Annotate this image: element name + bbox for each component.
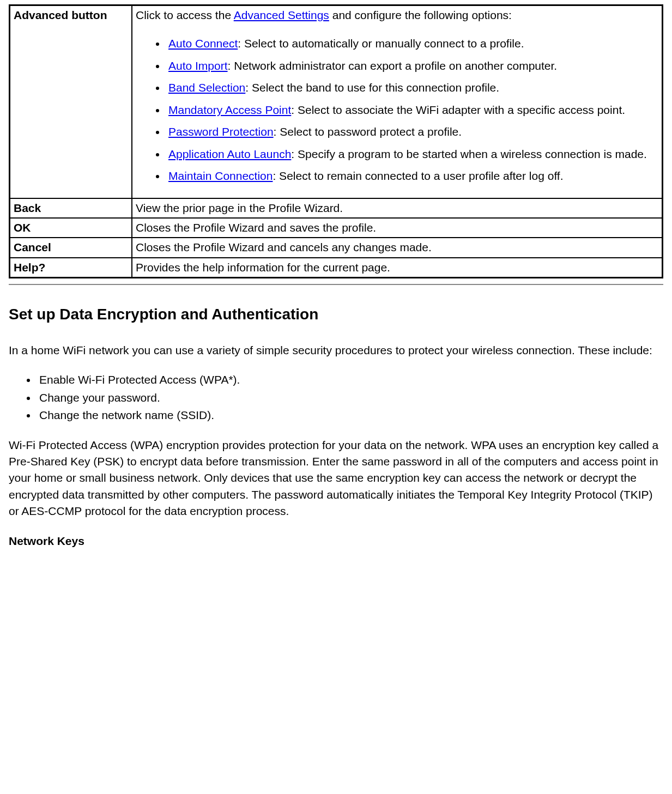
option-desc: : Select to password protect a profile. <box>274 125 462 138</box>
network-keys-subheading: Network Keys <box>9 533 663 549</box>
option-desc: : Select to remain connected to a user p… <box>273 169 563 182</box>
list-item: Change your password. <box>37 390 663 406</box>
section-divider <box>9 284 663 285</box>
option-desc: : Select the band to use for this connec… <box>245 81 499 94</box>
intro-paragraph: In a home WiFi network you can use a var… <box>9 342 663 359</box>
table-row: Advanced button Click to access the Adva… <box>10 5 663 198</box>
list-item: Maintain Connection: Select to remain co… <box>166 168 658 184</box>
list-item: Application Auto Launch: Specify a progr… <box>166 146 658 162</box>
maintain-connection-link[interactable]: Maintain Connection <box>168 169 273 182</box>
security-procedures-list: Enable Wi-Fi Protected Access (WPA*). Ch… <box>9 372 663 423</box>
auto-connect-link[interactable]: Auto Connect <box>168 37 238 50</box>
list-item: Change the network name (SSID). <box>37 407 663 423</box>
definitions-table: Advanced button Click to access the Adva… <box>9 4 663 278</box>
intro-post: and configure the following options: <box>329 9 512 21</box>
list-item: Auto Connect: Select to automatically or… <box>166 35 658 52</box>
table-row: OK Closes the Profile Wizard and saves t… <box>10 218 663 238</box>
advanced-settings-link[interactable]: Advanced Settings <box>234 9 329 21</box>
mandatory-access-point-link[interactable]: Mandatory Access Point <box>168 104 291 116</box>
wpa-paragraph: Wi-Fi Protected Access (WPA) encryption … <box>9 437 663 520</box>
advanced-options-list: Auto Connect: Select to automatically or… <box>136 35 658 184</box>
list-item: Password Protection: Select to password … <box>166 124 658 140</box>
section-heading: Set up Data Encryption and Authenticatio… <box>9 304 663 326</box>
password-protection-link[interactable]: Password Protection <box>168 125 274 138</box>
row-label: Help? <box>10 258 132 278</box>
table-row: Help? Provides the help information for … <box>10 258 663 278</box>
table-row: Cancel Closes the Profile Wizard and can… <box>10 238 663 257</box>
band-selection-link[interactable]: Band Selection <box>168 81 245 94</box>
row-label: Cancel <box>10 238 132 257</box>
list-item: Enable Wi-Fi Protected Access (WPA*). <box>37 372 663 388</box>
row-description: Closes the Profile Wizard and cancels an… <box>132 238 663 257</box>
row-label: OK <box>10 218 132 238</box>
option-desc: : Select to associate the WiFi adapter w… <box>291 104 625 116</box>
row-description: Closes the Profile Wizard and saves the … <box>132 218 663 238</box>
option-desc: : Network administrator can export a pro… <box>228 59 558 72</box>
row-description: Click to access the Advanced Settings an… <box>132 5 663 198</box>
table-row: Back View the prior page in the Profile … <box>10 198 663 218</box>
option-desc: : Select to automatically or manually co… <box>238 37 524 50</box>
row-label: Advanced button <box>10 5 132 198</box>
intro-pre: Click to access the <box>136 9 234 21</box>
row-description: View the prior page in the Profile Wizar… <box>132 198 663 218</box>
list-item: Band Selection: Select the band to use f… <box>166 80 658 96</box>
list-item: Auto Import: Network administrator can e… <box>166 58 658 74</box>
row-label: Back <box>10 198 132 218</box>
option-desc: : Specify a program to be started when a… <box>291 148 647 160</box>
list-item: Mandatory Access Point: Select to associ… <box>166 102 658 118</box>
application-auto-launch-link[interactable]: Application Auto Launch <box>168 148 291 160</box>
row-description: Provides the help information for the cu… <box>132 258 663 278</box>
auto-import-link[interactable]: Auto Import <box>168 59 228 72</box>
